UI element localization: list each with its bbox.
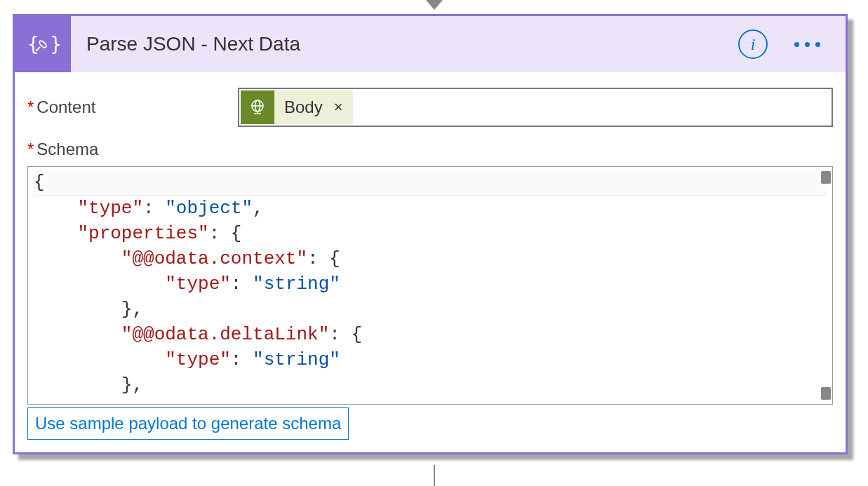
schema-label: *Schema [27,140,833,159]
connector-line-out [434,465,435,486]
parse-json-icon: { } [15,16,71,72]
schema-editor[interactable]: { "type": "object", "properties": { "@@o… [27,166,833,405]
scrollbar-thumb[interactable] [821,171,831,184]
globe-icon [241,90,274,124]
connector-arrow-in [426,0,443,10]
card-header: { } Parse JSON - Next Data i [15,16,846,72]
info-button[interactable]: i [738,29,768,59]
token-label: Body [274,97,333,117]
scrollbar-thumb[interactable] [821,387,831,400]
token-remove-button[interactable]: × [333,98,353,116]
action-card-parse-json: { } Parse JSON - Next Data i *Content [13,14,848,454]
content-label: *Content [27,97,238,117]
use-sample-payload-link[interactable]: Use sample payload to generate schema [27,407,349,440]
svg-text:{: { [27,33,39,56]
content-field-row: *Content Body × [27,88,833,127]
svg-text:}: } [50,33,60,56]
content-input[interactable]: Body × [238,88,833,127]
body-token[interactable]: Body × [241,90,353,124]
more-options-button[interactable] [789,36,826,53]
card-title: Parse JSON - Next Data [71,33,738,55]
card-body: *Content Body × [15,72,846,452]
